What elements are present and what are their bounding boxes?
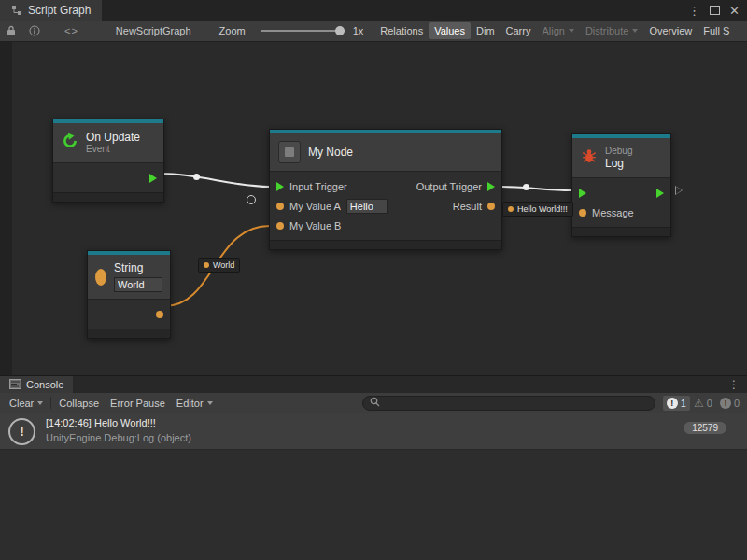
error-pause-button[interactable]: Error Pause [105, 396, 171, 411]
carry-button[interactable]: Carry [500, 22, 537, 39]
wire-control-mynode-debug[interactable] [501, 187, 572, 190]
graph-toolbar: <> NewScriptGraph Zoom 1x Relations Valu… [0, 21, 747, 42]
port-label: Input Trigger [289, 181, 347, 192]
control-output-port[interactable] [149, 174, 157, 183]
info-badge-icon: ! [667, 398, 678, 409]
warning-count: 0 [707, 398, 712, 409]
tab-script-graph[interactable]: Script Graph [0, 0, 102, 21]
port-label: My Value B [289, 220, 341, 231]
value-dot-icon [508, 206, 514, 212]
node-string[interactable]: String [87, 250, 171, 339]
unconnected-control-port[interactable] [675, 186, 683, 195]
node-footer [572, 227, 670, 236]
info-count: 1 [681, 398, 686, 409]
control-input-port[interactable] [276, 182, 284, 191]
value-dot-icon [204, 262, 209, 268]
window-menu-icon[interactable]: ⋮ [688, 4, 700, 18]
node-title: Log [605, 157, 632, 170]
wire-control-onupdate-mynode[interactable] [162, 174, 270, 187]
string-icon [95, 269, 106, 286]
wire-dot[interactable] [523, 184, 529, 190]
node-category: Debug [605, 146, 632, 157]
zoom-value: 1x [353, 25, 364, 36]
graph-name: NewScriptGraph [116, 25, 191, 36]
dim-button[interactable]: Dim [471, 22, 500, 39]
node-subtitle: Event [86, 144, 140, 155]
node-title: On Update [86, 131, 140, 144]
code-icon[interactable]: <> [64, 25, 78, 36]
console-toolbar: Clear Collapse Error Pause Editor ! 1 ⚠ … [0, 393, 747, 413]
value-input-port[interactable] [276, 203, 284, 210]
overview-button[interactable]: Overview [643, 22, 698, 39]
control-output-port[interactable] [487, 182, 495, 191]
node-on-update[interactable]: On Update Event [52, 119, 164, 203]
port-label: My Value A [289, 201, 341, 212]
lock-icon[interactable] [7, 25, 16, 36]
error-filter-toggle[interactable]: ! 0 [716, 396, 743, 411]
info-filter-toggle[interactable]: ! 1 [663, 396, 690, 411]
divider [50, 397, 51, 409]
align-button[interactable]: Align [536, 22, 579, 39]
port-label: Message [592, 207, 634, 218]
chevron-down-icon [569, 29, 574, 33]
console-tab-bar: Console ⋮ [0, 375, 747, 393]
value-input-port[interactable] [276, 222, 284, 230]
zoom-slider-knob[interactable] [335, 26, 345, 35]
node-my-node[interactable]: My Node Input Trigger Output Trigger My … [269, 129, 502, 250]
script-graph-icon [11, 5, 22, 16]
log-collapse-count: 12579 [684, 422, 726, 434]
value-a-field[interactable] [346, 199, 388, 214]
close-icon[interactable]: ✕ [729, 4, 740, 18]
console-search[interactable] [362, 396, 655, 411]
console-menu-icon[interactable]: ⋮ [728, 378, 740, 391]
log-line-1: [14:02:46] Hello World!!! [46, 416, 191, 431]
zoom-slider[interactable] [261, 30, 345, 32]
distribute-button[interactable]: Distribute [580, 22, 643, 39]
chevron-down-icon [37, 401, 43, 405]
zoom-label: Zoom [219, 25, 246, 36]
node-icon [278, 141, 301, 163]
console-icon [9, 379, 21, 391]
console-tab-title: Console [26, 379, 63, 390]
log-entry[interactable]: ! [14:02:46] Hello World!!! UnityEngine.… [0, 413, 747, 450]
editor-dropdown[interactable]: Editor [171, 396, 218, 411]
control-output-port[interactable] [656, 189, 664, 198]
error-count: 0 [734, 398, 740, 409]
bug-icon [581, 147, 598, 168]
port-label: Output Trigger [416, 181, 482, 192]
wire-value-label: Hello World!!! [502, 202, 573, 217]
node-footer [88, 329, 170, 338]
string-value-field[interactable] [114, 277, 162, 292]
value-output-port[interactable] [156, 311, 163, 318]
error-badge-icon: ! [720, 398, 731, 409]
collapse-button[interactable]: Collapse [53, 396, 105, 411]
node-debug-log[interactable]: Debug Log Message [571, 133, 671, 237]
value-input-port[interactable] [579, 209, 586, 217]
tab-console[interactable]: Console [0, 376, 73, 393]
log-line-2: UnityEngine.Debug:Log (object) [46, 431, 191, 446]
fullscreen-button[interactable]: Full S [698, 22, 735, 39]
log-info-icon: ! [8, 418, 35, 445]
maximize-icon[interactable] [710, 6, 720, 15]
wire-dot[interactable] [193, 174, 200, 180]
console-log-area[interactable]: ! [14:02:46] Hello World!!! UnityEngine.… [0, 413, 747, 560]
clear-button[interactable]: Clear [4, 396, 49, 411]
search-input[interactable] [385, 397, 648, 409]
values-button[interactable]: Values [429, 22, 471, 39]
graph-canvas[interactable]: On Update Event My Node Input Trigger [0, 42, 747, 375]
console-panel: Console ⋮ Clear Collapse Error Pause Edi… [0, 375, 747, 560]
tab-title: Script Graph [28, 4, 91, 17]
relations-button[interactable]: Relations [374, 22, 429, 39]
node-footer [270, 240, 501, 249]
value-output-port[interactable] [487, 203, 495, 210]
warning-filter-toggle[interactable]: ⚠ 0 [690, 395, 716, 412]
warning-icon: ⚠ [694, 397, 704, 410]
info-icon[interactable] [29, 25, 40, 36]
node-footer [53, 192, 163, 202]
unconnected-value-port[interactable] [247, 195, 256, 204]
event-icon [62, 133, 78, 153]
control-input-port[interactable] [579, 189, 586, 198]
chevron-down-icon [632, 29, 638, 33]
search-icon [370, 397, 380, 409]
node-title: My Node [308, 146, 353, 159]
